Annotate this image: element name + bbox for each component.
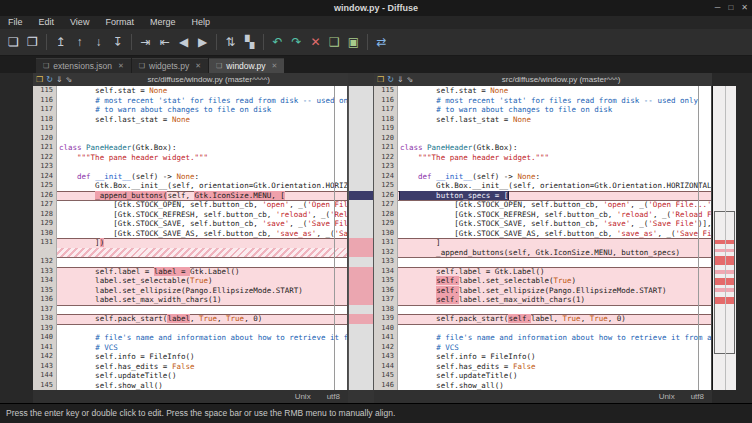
code-line[interactable] [57, 324, 347, 334]
clear-edits-button[interactable]: ✕ [306, 32, 325, 52]
code-line[interactable]: """The pane header widget.""" [57, 153, 347, 163]
code-line[interactable]: # VCS [398, 343, 711, 353]
code-line[interactable] [398, 324, 711, 334]
reload-file-button[interactable]: ↻ [387, 73, 394, 86]
undo-button[interactable]: ↶ [268, 32, 287, 52]
copy-selection-right-button[interactable]: ⇥ [136, 32, 155, 52]
next-difference-button[interactable]: ↓ [89, 32, 108, 52]
code-line[interactable] [57, 248, 347, 258]
copy-selection-left-button[interactable]: ⇤ [155, 32, 174, 52]
code-line[interactable]: [Gtk.STOCK_SAVE, self.button_cb, 'save',… [398, 219, 711, 229]
previous-difference-button[interactable]: ↑ [70, 32, 89, 52]
code-line[interactable]: self.label = Gtk.Label() [398, 267, 711, 277]
code-line[interactable]: [Gtk.STOCK_SAVE_AS, self.button_cb, 'sav… [398, 229, 711, 239]
swap-panes-button[interactable]: ⇄ [372, 32, 391, 52]
code-line[interactable]: # VCS [57, 343, 347, 353]
save-file-as-button[interactable]: ⇘ [407, 73, 414, 86]
code-line[interactable] [57, 257, 347, 267]
right-code-pane[interactable]: 115 self.stat = None116 # most recent 's… [374, 86, 712, 390]
maximize-button[interactable]: □ [728, 0, 733, 16]
last-difference-button[interactable]: ↧ [108, 32, 127, 52]
menu-item-edit[interactable]: Edit [31, 16, 63, 29]
code-line[interactable]: label.set_ellipsize(Pango.EllipsizeMode.… [57, 286, 347, 296]
code-line[interactable]: [Gtk.STOCK_SAVE_AS, self.button_cb, 'sav… [57, 229, 347, 239]
minimize-button[interactable]: ─ [715, 0, 721, 16]
code-line[interactable]: self.label = label = Gtk.Label() [57, 267, 347, 277]
code-line[interactable] [398, 257, 711, 267]
code-line[interactable] [57, 134, 347, 144]
menu-item-view[interactable]: View [62, 16, 97, 29]
menu-item-help[interactable]: Help [183, 16, 218, 29]
close-tab-icon[interactable]: ✕ [195, 62, 201, 70]
code-line[interactable]: _append_buttons(self, Gtk.IconSize.MENU,… [398, 248, 711, 258]
title-bar[interactable]: window.py - Diffuse ─□✕ [0, 0, 752, 16]
code-line[interactable]: def __init__(self) -> None: [398, 172, 711, 182]
shift-pane-left-button[interactable]: ◀ [174, 32, 193, 52]
save-file-button[interactable]: ⇓ [56, 73, 63, 86]
tab-extensions-json[interactable]: ❏extensions.json✕ [36, 58, 131, 73]
diff-map[interactable] [712, 86, 736, 390]
code-line[interactable] [57, 305, 347, 315]
shift-pane-right-button[interactable]: ▶ [193, 32, 212, 52]
code-line[interactable]: ]) [57, 238, 347, 248]
code-line[interactable]: # most recent 'stat' for files read from… [398, 96, 711, 106]
code-line[interactable]: # to warn about changes to file on disk [57, 105, 347, 115]
code-line[interactable]: self.label.set_max_width_chars(1) [398, 295, 711, 305]
code-line[interactable]: # file's name and information about how … [57, 333, 347, 343]
code-line[interactable]: self.last_stat = None [398, 115, 711, 125]
code-line[interactable]: ] [398, 238, 711, 248]
code-line[interactable] [398, 134, 711, 144]
code-line[interactable]: [Gtk.STOCK_REFRESH, self.button_cb, 'rel… [57, 210, 347, 220]
save-file-button[interactable]: ⇓ [397, 73, 404, 86]
code-line[interactable]: self.updateTitle() [398, 371, 711, 381]
code-line[interactable] [57, 162, 347, 172]
code-line[interactable]: self.has_edits = False [57, 362, 347, 372]
code-line[interactable]: # most recent 'stat' for files read from… [57, 96, 347, 106]
save-file-as-button[interactable]: ⇘ [66, 73, 73, 86]
code-line[interactable] [398, 162, 711, 172]
code-line[interactable]: self.stat = None [57, 86, 347, 96]
code-line[interactable]: """The pane header widget.""" [398, 153, 711, 163]
code-line[interactable]: [Gtk.STOCK_OPEN, self.button_cb, 'open',… [398, 200, 711, 210]
tab-window-py[interactable]: ❏window.py✕ [209, 58, 284, 73]
menu-item-merge[interactable]: Merge [142, 16, 184, 29]
new-2way-file-merge-button[interactable]: ❏ [4, 32, 23, 52]
code-line[interactable] [57, 124, 347, 134]
isolate-button[interactable]: ▚ [240, 32, 259, 52]
code-line[interactable]: Gtk.Box.__init__(self, orientation=Gtk.O… [57, 181, 347, 191]
new-3way-file-merge-button[interactable]: ❐ [23, 32, 42, 52]
left-code-pane[interactable]: 115 self.stat = None116 # most recent 's… [33, 86, 348, 390]
code-line[interactable] [398, 124, 711, 134]
menu-item-file[interactable]: File [0, 16, 31, 29]
close-tab-icon[interactable]: ✕ [272, 62, 278, 70]
code-line[interactable]: self.info = FileInfo() [57, 352, 347, 362]
close-button[interactable]: ✕ [741, 0, 748, 16]
realign-all-button[interactable]: ⇅ [221, 32, 240, 52]
paste-button[interactable]: ▣ [344, 32, 363, 52]
reload-file-button[interactable]: ↻ [46, 73, 53, 86]
code-line[interactable]: self.info = FileInfo() [398, 352, 711, 362]
code-line[interactable]: self.has_edits = False [398, 362, 711, 372]
code-line[interactable] [398, 305, 711, 315]
code-line[interactable]: class PaneHeader(Gtk.Box): [57, 143, 347, 153]
menu-item-format[interactable]: Format [97, 16, 142, 29]
code-line[interactable]: # to warn about changes to file on disk [398, 105, 711, 115]
code-line[interactable]: self.stat = None [398, 86, 711, 96]
tab-widgets-py[interactable]: ❏widgets.py✕ [132, 58, 208, 73]
map-viewport[interactable] [714, 211, 735, 354]
first-difference-button[interactable]: ↥ [51, 32, 70, 52]
code-line[interactable]: [Gtk.STOCK_OPEN, self.button_cb, 'open',… [57, 200, 347, 210]
code-line[interactable]: _append_buttons(self, Gtk.IconSize.MENU,… [57, 191, 347, 201]
code-line[interactable]: class PaneHeader(Gtk.Box): [398, 143, 711, 153]
code-line[interactable]: self.show_all() [398, 381, 711, 391]
code-line[interactable]: Gtk.Box.__init__(self, orientation=Gtk.O… [398, 181, 711, 191]
code-line[interactable]: self.pack_start(label, True, True, 0) [57, 314, 347, 324]
code-line[interactable]: self.updateTitle() [57, 371, 347, 381]
code-line[interactable]: [Gtk.STOCK_REFRESH, self.button_cb, 'rel… [398, 210, 711, 220]
code-line[interactable]: # file's name and information about how … [398, 333, 711, 343]
code-line[interactable]: self.label.set_ellipsize(Pango.Ellipsize… [398, 286, 711, 296]
redo-button[interactable]: ↷ [287, 32, 306, 52]
code-line[interactable]: button_specs = [ [398, 191, 711, 201]
close-tab-icon[interactable]: ✕ [118, 62, 124, 70]
code-line[interactable]: [Gtk.STOCK_SAVE, self.button_cb, 'save',… [57, 219, 347, 229]
